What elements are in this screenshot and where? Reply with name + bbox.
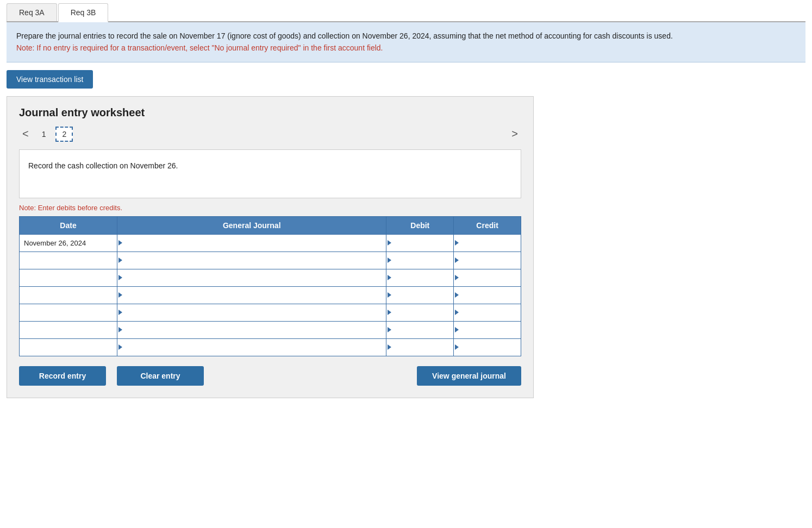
- credit-input-5[interactable]: [454, 304, 521, 321]
- table-row: [20, 269, 521, 286]
- date-cell-2: [20, 252, 117, 269]
- debit-input-2[interactable]: [386, 252, 453, 269]
- date-cell-1: November 26, 2024: [20, 234, 117, 252]
- journal-cell-2[interactable]: [117, 252, 386, 269]
- debit-cell-7[interactable]: [386, 338, 454, 356]
- journal-cell-7[interactable]: [117, 338, 386, 356]
- credit-input-4[interactable]: [454, 287, 521, 304]
- bottom-buttons: Record entry Clear entry View general jo…: [19, 366, 521, 386]
- table-row: [20, 286, 521, 304]
- info-note: Note: If no entry is required for a tran…: [16, 42, 796, 54]
- credit-cell-3[interactable]: [454, 269, 521, 286]
- tabs-row: Req 3A Req 3B: [7, 0, 805, 22]
- journal-input-1[interactable]: [117, 235, 386, 252]
- worksheet-container: Journal entry worksheet < 1 2 > Record t…: [7, 96, 534, 398]
- table-row: November 26, 2024: [20, 234, 521, 252]
- debit-input-3[interactable]: [386, 269, 453, 286]
- credit-arrow-6: [455, 327, 459, 332]
- nav-next-button[interactable]: >: [508, 127, 521, 141]
- info-box: Prepare the journal entries to record th…: [7, 22, 805, 62]
- debit-arrow-6: [388, 327, 391, 332]
- date-cell-6: [20, 321, 117, 338]
- credit-cell-1[interactable]: [454, 234, 521, 252]
- col-date: Date: [20, 216, 117, 234]
- journal-cell-5[interactable]: [117, 304, 386, 321]
- col-general-journal: General Journal: [117, 216, 386, 234]
- view-transaction-button[interactable]: View transaction list: [7, 70, 93, 89]
- debit-arrow-1: [388, 240, 391, 246]
- arrow-icon-7: [118, 344, 122, 350]
- debit-cell-5[interactable]: [386, 304, 454, 321]
- journal-cell-4[interactable]: [117, 286, 386, 304]
- table-row: [20, 304, 521, 321]
- arrow-icon-1: [118, 240, 122, 246]
- instruction-box: Record the cash collection on November 2…: [19, 149, 521, 198]
- credit-arrow-3: [455, 275, 459, 280]
- note-debits: Note: Enter debits before credits.: [19, 204, 521, 212]
- journal-input-2[interactable]: [117, 252, 386, 269]
- info-description: Prepare the journal entries to record th…: [16, 30, 796, 42]
- arrow-icon-4: [118, 292, 122, 298]
- debit-arrow-3: [388, 275, 391, 280]
- tab-req3a[interactable]: Req 3A: [7, 3, 57, 21]
- credit-arrow-7: [455, 344, 459, 350]
- journal-cell-6[interactable]: [117, 321, 386, 338]
- credit-cell-4[interactable]: [454, 286, 521, 304]
- clear-entry-button[interactable]: Clear entry: [117, 366, 204, 386]
- debit-cell-6[interactable]: [386, 321, 454, 338]
- debit-arrow-4: [388, 292, 391, 298]
- journal-input-6[interactable]: [117, 322, 386, 338]
- col-credit: Credit: [454, 216, 521, 234]
- journal-table: Date General Journal Debit Credit Novemb…: [19, 216, 521, 356]
- instruction-text: Record the cash collection on November 2…: [28, 161, 178, 170]
- debit-input-7[interactable]: [386, 339, 453, 356]
- debit-arrow-7: [388, 344, 391, 350]
- nav-page-1[interactable]: 1: [38, 128, 51, 141]
- debit-cell-1[interactable]: [386, 234, 454, 252]
- credit-cell-5[interactable]: [454, 304, 521, 321]
- table-row: [20, 321, 521, 338]
- arrow-icon-3: [118, 275, 122, 280]
- journal-input-4[interactable]: [117, 287, 386, 304]
- nav-row: < 1 2 >: [19, 127, 521, 142]
- tab-req3b[interactable]: Req 3B: [58, 3, 109, 22]
- debit-cell-2[interactable]: [386, 252, 454, 269]
- date-cell-5: [20, 304, 117, 321]
- debit-arrow-2: [388, 257, 391, 263]
- credit-cell-7[interactable]: [454, 338, 521, 356]
- credit-input-1[interactable]: [454, 235, 521, 252]
- table-row: [20, 252, 521, 269]
- table-header-row: Date General Journal Debit Credit: [20, 216, 521, 234]
- col-debit: Debit: [386, 216, 454, 234]
- debit-input-1[interactable]: [386, 235, 453, 252]
- record-entry-button[interactable]: Record entry: [19, 366, 106, 386]
- date-cell-3: [20, 269, 117, 286]
- debit-input-6[interactable]: [386, 322, 453, 338]
- credit-cell-6[interactable]: [454, 321, 521, 338]
- nav-prev-button[interactable]: <: [19, 127, 32, 141]
- credit-input-2[interactable]: [454, 252, 521, 269]
- debit-arrow-5: [388, 310, 391, 315]
- view-general-journal-button[interactable]: View general journal: [417, 366, 521, 386]
- credit-cell-2[interactable]: [454, 252, 521, 269]
- journal-input-7[interactable]: [117, 339, 386, 356]
- journal-input-3[interactable]: [117, 269, 386, 286]
- nav-page-2[interactable]: 2: [55, 127, 73, 142]
- debit-cell-4[interactable]: [386, 286, 454, 304]
- debit-input-5[interactable]: [386, 304, 453, 321]
- debit-cell-3[interactable]: [386, 269, 454, 286]
- debit-input-4[interactable]: [386, 287, 453, 304]
- credit-arrow-4: [455, 292, 459, 298]
- journal-cell-3[interactable]: [117, 269, 386, 286]
- worksheet-title: Journal entry worksheet: [19, 106, 521, 119]
- arrow-icon-5: [118, 310, 122, 315]
- credit-input-6[interactable]: [454, 322, 521, 338]
- journal-cell-1[interactable]: [117, 234, 386, 252]
- credit-arrow-5: [455, 310, 459, 315]
- credit-input-3[interactable]: [454, 269, 521, 286]
- journal-input-5[interactable]: [117, 304, 386, 321]
- credit-input-7[interactable]: [454, 339, 521, 356]
- table-row: [20, 338, 521, 356]
- arrow-icon-6: [118, 327, 122, 332]
- arrow-icon-2: [118, 257, 122, 263]
